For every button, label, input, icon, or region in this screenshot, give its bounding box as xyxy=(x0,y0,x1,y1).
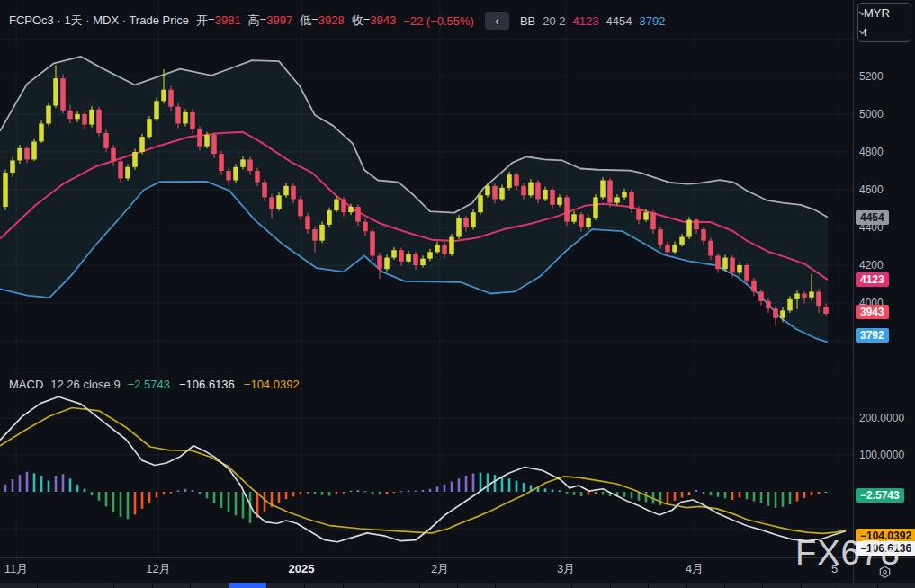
scrollbar-segment[interactable] xyxy=(344,583,381,588)
axis-tick: 4200 xyxy=(859,259,884,272)
candle-body xyxy=(111,148,116,162)
price-pane-canvas[interactable] xyxy=(0,0,853,370)
scrollbar-segment[interactable] xyxy=(802,583,839,588)
price-badge: 3943 xyxy=(856,305,889,319)
histogram-bar xyxy=(487,474,489,493)
candle-body xyxy=(507,174,512,188)
histogram-bar xyxy=(112,492,115,512)
scrollbar-segment[interactable] xyxy=(420,583,457,588)
candle-body xyxy=(543,190,548,200)
histogram-bar xyxy=(415,491,417,492)
scrollbar-segment[interactable] xyxy=(381,583,418,588)
gear-icon[interactable] xyxy=(877,565,893,580)
scrollbar-segment[interactable] xyxy=(153,583,190,588)
candle-body xyxy=(103,133,109,148)
candle-body xyxy=(132,152,138,167)
scrollbar-segment[interactable] xyxy=(572,583,609,588)
change-value: −22 (−0.55%) xyxy=(403,14,474,28)
scrollbar-segment[interactable] xyxy=(191,583,228,588)
candle-body xyxy=(550,190,555,205)
candle-body xyxy=(183,112,188,124)
candle-body xyxy=(586,218,591,228)
price-badge: 4454 xyxy=(856,210,889,225)
histogram-bar xyxy=(148,492,151,503)
macd-values: −2.5743−106.6136−104.0392 xyxy=(128,378,300,391)
histogram-bar xyxy=(767,492,770,506)
scrollbar-segment[interactable] xyxy=(458,583,495,588)
scrollbar-segment[interactable] xyxy=(496,583,533,588)
histogram-bar xyxy=(343,492,345,494)
candle-body xyxy=(773,308,778,318)
axis-tick: 100.0000 xyxy=(859,449,904,461)
candle-body xyxy=(665,245,670,252)
collapse-legend-button[interactable]: ‹ xyxy=(485,12,509,30)
candle-body xyxy=(283,186,289,196)
currency-dropdown[interactable]: MYR xyxy=(858,4,911,22)
scrollbar-segment[interactable] xyxy=(305,583,342,588)
unit-dropdown[interactable]: t xyxy=(858,22,911,41)
time-axis[interactable]: 11月12月20252月3月4月5月 xyxy=(0,557,853,582)
candle-body xyxy=(355,207,361,222)
histogram-bar xyxy=(746,492,749,499)
scrollbar-segment[interactable] xyxy=(114,583,151,588)
histogram-bar xyxy=(278,492,281,503)
horizontal-scrollbar[interactable] xyxy=(0,583,915,588)
candle-body xyxy=(334,200,339,211)
candle-body xyxy=(327,210,332,225)
scrollbar-segment[interactable] xyxy=(76,583,113,588)
scrollbar-segment[interactable] xyxy=(38,583,75,588)
ohlc-values: 开=3981高=3997低=3928收=3943 xyxy=(196,13,396,29)
candle-body xyxy=(10,160,15,173)
price-scale-axis[interactable]: MYR t 5200500048004600440042004000200.00… xyxy=(853,0,915,588)
histogram-bar xyxy=(422,490,425,492)
scrollbar-segment[interactable] xyxy=(0,583,37,588)
scrollbar-segment[interactable] xyxy=(687,583,724,588)
macd-value: −106.6136 xyxy=(179,378,235,391)
pane-divider[interactable] xyxy=(0,370,915,370)
histogram-bar xyxy=(357,490,360,492)
histogram-bar xyxy=(775,492,777,508)
candle-body xyxy=(564,197,570,221)
histogram-bar xyxy=(48,481,50,492)
scrollbar-segment[interactable] xyxy=(725,583,762,588)
histogram-bar xyxy=(213,492,216,503)
histogram-bar xyxy=(170,492,173,494)
histogram-bar xyxy=(156,492,158,498)
macd-pane-canvas[interactable] xyxy=(0,370,853,557)
candle-body xyxy=(319,225,325,241)
scrollbar-handle[interactable] xyxy=(229,583,266,588)
candle-body xyxy=(399,250,404,262)
histogram-bar xyxy=(580,492,583,496)
scrollbar-segment[interactable] xyxy=(878,583,915,588)
candle-body xyxy=(31,141,37,159)
ohlc-item: 开=3981 xyxy=(196,13,241,29)
histogram-bar xyxy=(465,476,468,492)
scrollbar-segment[interactable] xyxy=(534,583,571,588)
symbol-title[interactable]: FCPOc3 · 1天 · MDX · Trade Price xyxy=(9,13,189,29)
candle-body xyxy=(370,231,375,255)
scrollbar-segment[interactable] xyxy=(763,583,800,588)
candle-body xyxy=(463,218,469,228)
histogram-bar xyxy=(105,492,108,506)
trading-chart-app: FCPOc3 · 1天 · MDX · Trade Price 开=3981高=… xyxy=(0,0,915,588)
scrollbar-segment[interactable] xyxy=(839,583,876,588)
scrollbar-segment[interactable] xyxy=(611,583,648,588)
histogram-bar xyxy=(760,492,763,503)
macd-indicator-name[interactable]: MACD xyxy=(9,378,43,391)
histogram-bar xyxy=(695,490,698,492)
histogram-bar xyxy=(724,492,727,498)
scrollbar-segment[interactable] xyxy=(267,583,304,588)
macd-value: −104.0392 xyxy=(244,378,300,391)
histogram-bar xyxy=(573,492,576,495)
candle-body xyxy=(478,195,483,212)
histogram-bar xyxy=(314,492,317,494)
histogram-bar xyxy=(623,492,626,497)
histogram-bar xyxy=(364,491,367,492)
currency-value: MYR xyxy=(864,6,890,20)
bb-indicator-name[interactable]: BB xyxy=(520,14,535,28)
ohlc-item: 低=3928 xyxy=(300,13,345,29)
scrollbar-segment[interactable] xyxy=(649,583,686,588)
candle-body xyxy=(600,181,606,198)
histogram-bar xyxy=(69,478,72,492)
ohlc-item: 高=3997 xyxy=(248,13,293,29)
